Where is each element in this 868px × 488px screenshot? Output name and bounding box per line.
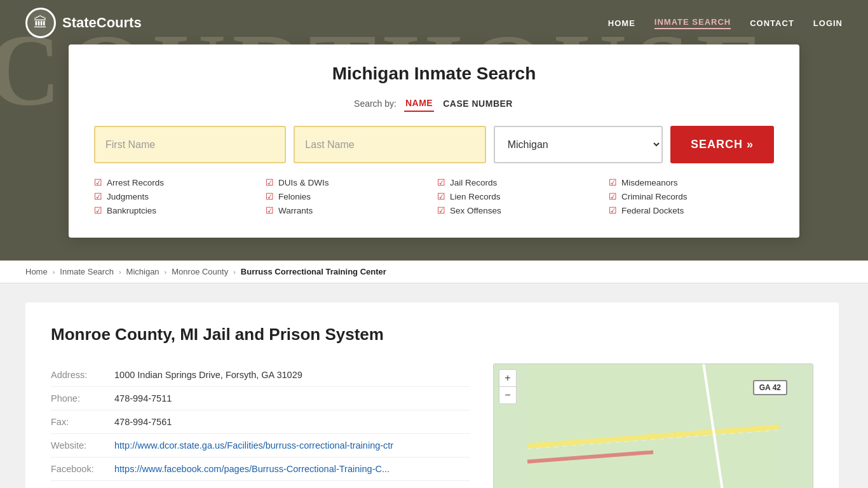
fax-label: Fax: [51, 417, 114, 427]
nav-links: HOME INMATE SEARCH CONTACT LOGIN [608, 17, 843, 29]
content-area: Monroe County, MI Jail and Prison System… [0, 283, 868, 488]
check-icon-judgments: ☑ [94, 191, 102, 201]
breadcrumb: Home › Inmate Search › Michigan › Monroe… [0, 261, 868, 283]
check-misdemeanors: ☑ Misdemeanors [609, 177, 774, 187]
check-icon-duis: ☑ [266, 177, 274, 187]
state-select[interactable]: Michigan Alabama Alaska Arizona Arkansas… [494, 126, 663, 163]
fax-value: 478-994-7561 [114, 417, 172, 427]
check-felonies: ☑ Felonies [266, 191, 431, 201]
search-card-title: Michigan Inmate Search [94, 64, 774, 84]
nav-login[interactable]: LOGIN [813, 18, 843, 28]
check-icon-bankruptcies: ☑ [94, 205, 102, 215]
nav-inmate-search[interactable]: INMATE SEARCH [654, 17, 731, 29]
check-jail-records: ☑ Jail Records [437, 177, 602, 187]
breadcrumb-sep-1: › [53, 268, 55, 276]
content-card: Monroe County, MI Jail and Prison System… [25, 302, 839, 488]
facility-info-table: Address: 1000 Indian Springs Drive, Fors… [51, 363, 470, 481]
check-federal-dockets: ☑ Federal Dockets [609, 205, 774, 215]
website-value: http://www.dcor.state.ga.us/Facilities/b… [114, 440, 393, 451]
check-sex-offenses: ☑ Sex Offenses [437, 205, 602, 215]
breadcrumb-inmate-search[interactable]: Inmate Search [60, 267, 114, 276]
check-icon-federal: ☑ [609, 205, 617, 215]
info-row-website: Website: http://www.dcor.state.ga.us/Fac… [51, 434, 470, 458]
check-icon-warrants: ☑ [266, 205, 274, 215]
first-name-input[interactable] [94, 126, 286, 163]
facebook-link[interactable]: https://www.facebook.com/pages/Burruss-C… [114, 464, 390, 474]
phone-label: Phone: [51, 393, 114, 403]
nav-home[interactable]: HOME [608, 18, 635, 28]
info-row-phone: Phone: 478-994-7511 [51, 387, 470, 410]
breadcrumb-sep-4: › [233, 268, 236, 276]
breadcrumb-sep-3: › [165, 268, 167, 276]
search-button[interactable]: SEARCH » [670, 126, 774, 163]
map-area: + − GA 42 [493, 363, 813, 488]
facility-title: Monroe County, MI Jail and Prison System [51, 325, 813, 344]
facebook-label: Facebook: [51, 464, 114, 474]
check-icon-felonies: ☑ [266, 191, 274, 201]
check-icon-sex-offenses: ☑ [437, 205, 445, 215]
check-icon-misdemeanors: ☑ [609, 177, 617, 187]
map-zoom-in[interactable]: + [499, 370, 516, 386]
breadcrumb-current: Burruss Correctional Training Center [241, 267, 386, 276]
state-select-wrap: Michigan Alabama Alaska Arizona Arkansas… [494, 126, 663, 163]
address-value: 1000 Indian Springs Drive, Forsyth, GA 3… [114, 370, 302, 380]
address-label: Address: [51, 370, 114, 380]
search-by-row: Search by: NAME CASE NUMBER [94, 95, 774, 112]
search-by-label: Search by: [354, 98, 397, 109]
map-road-badge: GA 42 [753, 380, 787, 395]
checkboxes-grid: ☑ Arrest Records ☑ DUIs & DWIs ☑ Jail Re… [94, 177, 774, 215]
website-label: Website: [51, 440, 114, 451]
svg-rect-0 [527, 364, 779, 488]
tab-name[interactable]: NAME [404, 95, 434, 112]
breadcrumb-michigan[interactable]: Michigan [126, 267, 159, 276]
check-icon-criminal: ☑ [609, 191, 617, 201]
logo-icon: 🏛 [25, 8, 56, 38]
check-icon-arrest: ☑ [94, 177, 102, 187]
map-zoom-out[interactable]: − [499, 387, 516, 403]
check-icon-jail: ☑ [437, 177, 445, 187]
facebook-value: https://www.facebook.com/pages/Burruss-C… [114, 464, 390, 474]
check-bankruptcies: ☑ Bankruptcies [94, 205, 259, 215]
check-lien-records: ☑ Lien Records [437, 191, 602, 201]
phone-value: 478-994-7511 [114, 393, 172, 403]
nav-contact[interactable]: CONTACT [750, 18, 794, 28]
hero-section: COURTHOUSE 🏛 StateCourts HOME INMATE SEA… [0, 0, 868, 261]
website-link[interactable]: http://www.dcor.state.ga.us/Facilities/b… [114, 440, 393, 451]
logo-text: StateCourts [62, 15, 142, 31]
check-arrest-records: ☑ Arrest Records [94, 177, 259, 187]
breadcrumb-sep-2: › [119, 268, 121, 276]
info-row-address: Address: 1000 Indian Springs Drive, Fors… [51, 363, 470, 387]
info-row-fax: Fax: 478-994-7561 [51, 410, 470, 434]
check-warrants: ☑ Warrants [266, 205, 431, 215]
navbar: 🏛 StateCourts HOME INMATE SEARCH CONTACT… [0, 0, 868, 46]
tab-case-number[interactable]: CASE NUMBER [442, 96, 514, 111]
search-card: Michigan Inmate Search Search by: NAME C… [69, 44, 799, 238]
last-name-input[interactable] [294, 126, 485, 163]
map-controls: + − [499, 369, 517, 404]
logo-link[interactable]: 🏛 StateCourts [25, 8, 142, 38]
info-row-facebook: Facebook: https://www.facebook.com/pages… [51, 458, 470, 481]
search-inputs-row: Michigan Alabama Alaska Arizona Arkansas… [94, 126, 774, 163]
breadcrumb-home[interactable]: Home [25, 267, 48, 276]
check-judgments: ☑ Judgments [94, 191, 259, 201]
breadcrumb-monroe-county[interactable]: Monroe County [172, 267, 228, 276]
check-icon-lien: ☑ [437, 191, 445, 201]
check-criminal-records: ☑ Criminal Records [609, 191, 774, 201]
check-duis-dwis: ☑ DUIs & DWIs [266, 177, 431, 187]
